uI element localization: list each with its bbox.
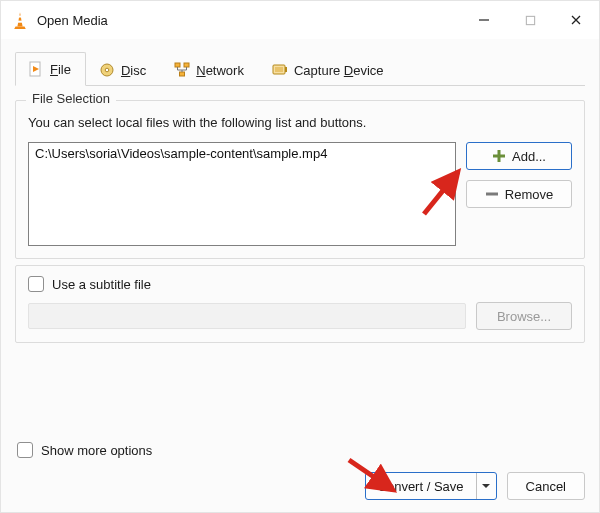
svg-rect-14	[493, 155, 505, 158]
dialog-body: File Disc Network	[1, 39, 599, 420]
window-title: Open Media	[37, 13, 108, 28]
titlebar: Open Media	[1, 1, 599, 39]
vlc-cone-icon	[11, 11, 29, 29]
chevron-down-icon	[481, 481, 491, 491]
svg-rect-12	[285, 67, 287, 72]
remove-button[interactable]: Remove	[466, 180, 572, 208]
convert-save-dropdown[interactable]	[476, 473, 496, 499]
minus-icon	[485, 187, 499, 201]
svg-rect-9	[180, 72, 185, 76]
svg-rect-1	[18, 21, 23, 23]
tab-capture-device[interactable]: Capture Device	[259, 53, 399, 86]
network-icon	[174, 62, 190, 78]
svg-rect-15	[486, 193, 498, 196]
use-subtitle-checkbox[interactable]	[28, 276, 44, 292]
show-more-options-checkbox[interactable]	[17, 442, 33, 458]
show-more-options-label: Show more options	[41, 443, 152, 458]
bottom-bar: Show more options Convert / Save Cancel	[1, 420, 599, 512]
svg-rect-2	[526, 16, 534, 24]
minimize-button[interactable]	[461, 1, 507, 39]
close-button[interactable]	[553, 1, 599, 39]
file-list[interactable]: C:\Users\soria\Videos\sample-content\sam…	[28, 142, 456, 246]
subtitle-group: Use a subtitle file Browse...	[15, 265, 585, 343]
file-icon	[28, 61, 44, 77]
convert-save-button[interactable]: Convert / Save	[365, 472, 497, 500]
subtitle-path-input	[28, 303, 466, 329]
media-tabs: File Disc Network	[15, 51, 585, 86]
file-selection-group: File Selection You can select local file…	[15, 100, 585, 259]
browse-subtitle-button: Browse...	[476, 302, 572, 330]
tab-network[interactable]: Network	[161, 53, 259, 86]
svg-point-6	[105, 68, 109, 72]
plus-icon	[492, 149, 506, 163]
cancel-button[interactable]: Cancel	[507, 472, 585, 500]
svg-rect-11	[275, 67, 283, 72]
tab-disc[interactable]: Disc	[86, 53, 161, 86]
tab-file[interactable]: File	[15, 52, 86, 86]
maximize-button[interactable]	[507, 1, 553, 39]
svg-rect-7	[175, 63, 180, 67]
file-selection-hint: You can select local files with the foll…	[28, 115, 572, 130]
svg-rect-0	[18, 16, 21, 18]
open-media-dialog: Open Media File	[0, 0, 600, 513]
add-button[interactable]: Add...	[466, 142, 572, 170]
file-list-item[interactable]: C:\Users\soria\Videos\sample-content\sam…	[33, 145, 451, 163]
use-subtitle-label: Use a subtitle file	[52, 277, 151, 292]
file-selection-title: File Selection	[26, 91, 116, 106]
disc-icon	[99, 62, 115, 78]
capture-icon	[272, 62, 288, 78]
svg-rect-8	[184, 63, 189, 67]
